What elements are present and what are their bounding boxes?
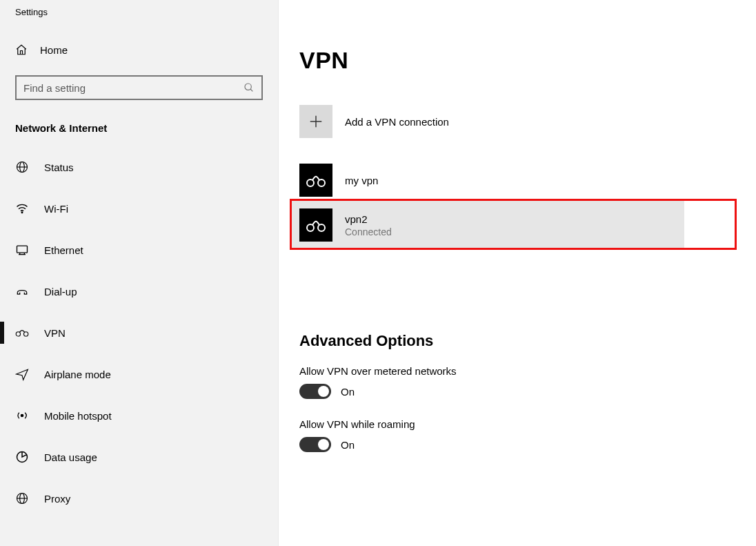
settings-sidebar: Settings Home Find a setting Network & I…: [0, 0, 279, 546]
toggle-roaming[interactable]: [299, 437, 331, 452]
window-title: Settings: [0, 7, 278, 37]
svg-point-20: [318, 179, 325, 186]
search-input[interactable]: Find a setting: [15, 75, 263, 100]
sidebar-nav: Status Wi-Fi Ethernet: [0, 146, 278, 519]
vpn-tile-icon: [299, 208, 332, 242]
globe-icon: [15, 160, 29, 174]
home-icon: [15, 43, 28, 56]
svg-point-21: [307, 224, 314, 231]
toggle-metered[interactable]: [299, 384, 331, 399]
sidebar-item-proxy[interactable]: Proxy: [0, 478, 278, 519]
proxy-icon: [15, 491, 29, 505]
vpn-tile-icon: [299, 164, 332, 197]
main-panel: VPN Add a VPN connection my vpn: [279, 0, 756, 546]
plus-icon: [299, 105, 332, 138]
option-metered: Allow VPN over metered networks On: [299, 365, 756, 399]
vpn-connection-item[interactable]: my vpn: [299, 159, 756, 201]
airplane-icon: [15, 367, 29, 381]
toggle-state: On: [341, 439, 355, 451]
ethernet-icon: [15, 243, 29, 257]
svg-point-12: [21, 414, 23, 416]
option-label: Allow VPN over metered networks: [299, 365, 756, 377]
sidebar-item-ethernet[interactable]: Ethernet: [0, 229, 278, 271]
dialup-icon: [15, 284, 29, 298]
active-marker: [0, 322, 4, 344]
sidebar-item-hotspot[interactable]: Mobile hotspot: [0, 395, 278, 436]
sidebar-item-datausage[interactable]: Data usage: [0, 436, 278, 478]
svg-point-22: [318, 224, 325, 231]
sidebar-item-label: VPN: [44, 327, 66, 339]
svg-point-11: [24, 332, 28, 336]
sidebar-item-label: Mobile hotspot: [44, 410, 112, 422]
sidebar-item-label: Data usage: [44, 451, 97, 463]
sidebar-item-label: Proxy: [44, 493, 70, 505]
sidebar-item-label: Ethernet: [44, 244, 83, 256]
sidebar-item-wifi[interactable]: Wi-Fi: [0, 188, 278, 229]
vpn-name: vpn2: [345, 213, 392, 225]
svg-rect-6: [17, 246, 28, 253]
sidebar-home-label: Home: [40, 44, 68, 56]
sidebar-item-vpn[interactable]: VPN: [0, 312, 278, 353]
vpn-connection-item-selected[interactable]: vpn2 Connected: [299, 208, 392, 242]
advanced-options-heading: Advanced Options: [299, 332, 756, 350]
sidebar-item-label: Wi-Fi: [44, 203, 68, 215]
svg-line-1: [250, 89, 252, 91]
hotspot-icon: [15, 409, 29, 422]
sidebar-home[interactable]: Home: [0, 37, 278, 63]
vpn-name: my vpn: [345, 175, 378, 186]
sidebar-item-status[interactable]: Status: [0, 146, 278, 188]
option-label: Allow VPN while roaming: [299, 418, 756, 430]
sidebar-category: Network & Internet: [0, 107, 278, 146]
svg-point-5: [21, 212, 23, 213]
svg-point-19: [307, 179, 314, 186]
search-placeholder: Find a setting: [23, 82, 86, 94]
toggle-state: On: [341, 386, 355, 398]
svg-point-10: [16, 332, 20, 336]
add-vpn-button[interactable]: Add a VPN connection: [299, 101, 756, 142]
page-title: VPN: [299, 47, 756, 74]
sidebar-item-airplane[interactable]: Airplane mode: [0, 353, 278, 395]
sidebar-item-label: Dial-up: [44, 286, 77, 298]
wifi-icon: [15, 202, 29, 215]
sidebar-item-dialup[interactable]: Dial-up: [0, 271, 278, 312]
add-vpn-label: Add a VPN connection: [345, 116, 449, 128]
vpn-icon: [15, 326, 29, 340]
svg-point-0: [245, 84, 251, 90]
datausage-icon: [15, 450, 29, 464]
vpn-status: Connected: [345, 226, 392, 237]
option-roaming: Allow VPN while roaming On: [299, 418, 756, 452]
search-icon: [243, 82, 255, 93]
sidebar-item-label: Status: [44, 162, 74, 173]
sidebar-item-label: Airplane mode: [44, 369, 111, 380]
